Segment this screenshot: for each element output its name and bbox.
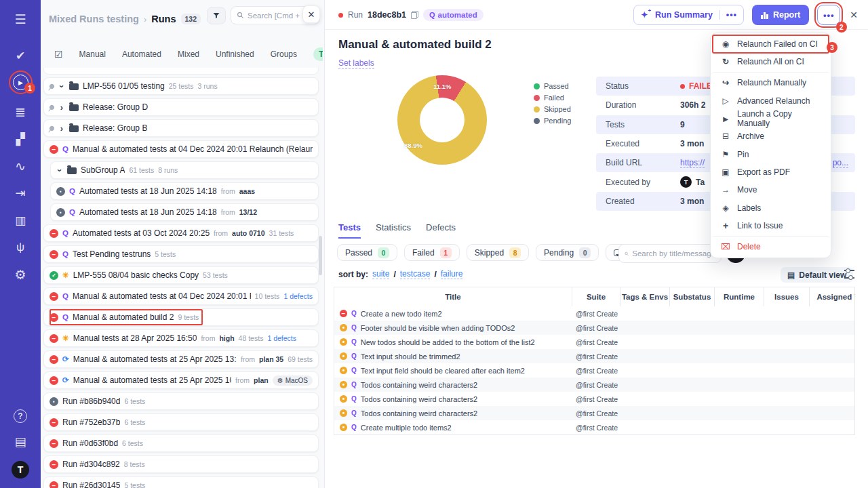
run-list-item[interactable]: Run #0d63f0bd 6 tests bbox=[43, 434, 319, 452]
panel-close-button[interactable]: ✕ bbox=[302, 5, 320, 23]
run-list-item[interactable]: LMP-555 08/04 basic checks Copy 53 tests bbox=[43, 266, 319, 284]
status-filter-pill[interactable]: Skipped 8 bbox=[467, 244, 529, 261]
column-settings-icon[interactable] bbox=[844, 270, 854, 279]
import-icon[interactable] bbox=[12, 185, 28, 201]
menu-item[interactable]: Pin bbox=[713, 145, 829, 163]
detail-tab[interactable]: Defects bbox=[426, 222, 456, 239]
test-table-row[interactable]: New todos should be added to the bottom … bbox=[334, 335, 854, 349]
more-actions-button[interactable]: ••• 2 bbox=[817, 5, 840, 25]
pulse-icon[interactable] bbox=[12, 158, 28, 174]
run-list-item[interactable]: Manual tests at 28 Apr 2025 16:50 from h… bbox=[43, 329, 319, 347]
tests-icon[interactable] bbox=[12, 47, 28, 64]
table-header-cell[interactable]: Substatus bbox=[669, 287, 714, 306]
menu-item[interactable]: Labels bbox=[713, 199, 829, 216]
view-selector-button[interactable]: Default view bbox=[781, 267, 853, 283]
menu-item[interactable]: Relaunch Failed on CI bbox=[713, 35, 829, 53]
run-list-item[interactable]: Test Pending testruns 5 tests bbox=[43, 245, 319, 263]
sort-link-suite[interactable]: suite bbox=[372, 269, 389, 279]
plans-icon[interactable] bbox=[12, 104, 28, 120]
detail-tab[interactable]: Tests bbox=[338, 222, 361, 239]
scrollbar-thumb[interactable] bbox=[319, 236, 322, 275]
run-list-item[interactable]: Manual & automated tests at 04 Dec 2024 … bbox=[43, 287, 319, 305]
table-header-cell[interactable]: Runtime bbox=[714, 287, 764, 306]
test-table-row[interactable]: Text input should be trimmed2 @first Cre… bbox=[334, 349, 854, 363]
status-filter-pill[interactable]: Pending 0 bbox=[536, 244, 599, 261]
table-header-cell[interactable]: Assigned To bbox=[809, 287, 855, 306]
menu-item[interactable]: Relaunch All on CI bbox=[713, 53, 829, 73]
run-list-item[interactable]: Run #26d30145 5 tests bbox=[43, 476, 319, 488]
run-list-item[interactable]: Run #752eb37b 6 tests bbox=[43, 413, 319, 431]
menu-item[interactable]: Archive bbox=[713, 127, 829, 145]
test-table-row[interactable]: Todos containing weird characters2 @firs… bbox=[334, 378, 854, 392]
run-list-item[interactable]: Automated tests at 03 Oct 2024 20:25 fro… bbox=[43, 224, 319, 242]
select-runs-icon[interactable]: ☑ bbox=[54, 49, 63, 60]
run-list-item[interactable]: SubGroup A 61 tests 8 runs bbox=[50, 161, 319, 179]
test-table-row[interactable]: Todos containing weird characters2 @firs… bbox=[334, 392, 854, 406]
table-header-cell[interactable]: Issues bbox=[764, 287, 809, 306]
runs-filter-tab[interactable]: Manual bbox=[79, 49, 106, 59]
test-table-row[interactable]: Create multiple todo items2 @first Creat… bbox=[334, 420, 854, 434]
run-list-item[interactable]: Manual & automated tests at 25 Apr 2025 … bbox=[43, 371, 319, 389]
table-header-cell[interactable]: Suite bbox=[572, 287, 620, 306]
sort-link-failure[interactable]: failure bbox=[441, 269, 463, 279]
run-list-item[interactable]: Automated tests at 18 Jun 2025 14:18 fro… bbox=[50, 182, 319, 200]
runs-filter-tab[interactable]: To bbox=[313, 47, 323, 61]
test-table-row[interactable]: Todos containing weird characters2 @firs… bbox=[334, 406, 854, 420]
run-summary-more-button[interactable]: ••• bbox=[719, 10, 743, 20]
menu-item[interactable]: Link to Issue bbox=[713, 217, 829, 237]
run-type-icon bbox=[62, 375, 69, 385]
defects-link[interactable]: 1 defects bbox=[267, 334, 296, 342]
menu-icon[interactable] bbox=[12, 11, 28, 27]
chevron-icon[interactable] bbox=[58, 102, 65, 113]
milestones-icon[interactable] bbox=[12, 131, 28, 147]
test-table-row[interactable]: Text input field should be cleared after… bbox=[334, 363, 854, 378]
menu-item[interactable]: Launch a Copy Manually bbox=[713, 110, 829, 127]
tests-search-input[interactable]: Search by title/message bbox=[618, 244, 722, 263]
run-list-item[interactable]: Manual & automated build 2 9 tests bbox=[43, 308, 319, 326]
run-list-item[interactable]: Manual & automated tests at 25 Apr 2025 … bbox=[43, 350, 319, 368]
run-list-item[interactable]: Automated tests at 18 Jun 2025 14:18 fro… bbox=[50, 203, 319, 221]
filter-button[interactable] bbox=[207, 7, 226, 24]
build-url-tail[interactable]: po... bbox=[833, 158, 848, 168]
menu-item[interactable]: Delete bbox=[713, 238, 829, 256]
menu-item[interactable]: Export as PDF bbox=[713, 163, 829, 181]
build-url-link[interactable]: https:// bbox=[680, 158, 705, 168]
chevron-icon[interactable] bbox=[58, 81, 65, 92]
runs-filter-tab[interactable]: Mixed bbox=[178, 49, 199, 59]
detail-tab[interactable]: Statistics bbox=[376, 222, 411, 239]
chevron-icon[interactable] bbox=[56, 165, 63, 176]
runs-filter-tab[interactable]: Automated bbox=[122, 49, 161, 59]
run-list-item[interactable]: Release: Group D bbox=[43, 98, 319, 116]
test-table-row[interactable]: Create a new todo item2 @first Create ..… bbox=[334, 306, 854, 321]
help-icon[interactable] bbox=[14, 409, 27, 423]
chevron-icon[interactable] bbox=[58, 123, 65, 134]
status-filter-pill[interactable]: Failed 1 bbox=[404, 244, 460, 261]
runs-filter-tab[interactable]: Unfinished bbox=[216, 49, 254, 59]
copy-icon[interactable] bbox=[411, 11, 418, 19]
table-header-cell[interactable]: Title bbox=[334, 287, 572, 306]
run-list-item[interactable]: LMP-556 01/05 testing 25 tests 3 runs bbox=[43, 77, 319, 95]
menu-item[interactable]: Relaunch Manually bbox=[713, 74, 829, 92]
sort-link-testcase[interactable]: testcase bbox=[400, 269, 431, 279]
run-list-item[interactable]: Manual & automated tests at 04 Dec 2024 … bbox=[43, 140, 319, 158]
run-list-item[interactable]: Run #b86b940d 6 tests bbox=[43, 392, 319, 410]
breadcrumb-project[interactable]: Mixed Runs testing bbox=[49, 14, 139, 24]
defects-link[interactable]: 1 defects bbox=[283, 292, 313, 300]
run-list-item[interactable]: Release: Group B bbox=[43, 119, 319, 137]
set-labels-link[interactable]: Set labels bbox=[338, 58, 374, 69]
run-summary-button[interactable]: Run Summary ••• bbox=[633, 5, 744, 25]
projects-icon[interactable] bbox=[12, 434, 28, 450]
run-list-item[interactable]: Run #d304c892 8 tests bbox=[43, 455, 319, 473]
menu-item[interactable]: Advanced Relaunch bbox=[713, 92, 829, 110]
status-filter-pill[interactable]: Passed 0 bbox=[337, 244, 397, 261]
test-table-row[interactable]: Footer should be visible when adding TOD… bbox=[334, 321, 854, 335]
menu-item[interactable]: Move bbox=[713, 181, 829, 199]
branches-icon[interactable] bbox=[12, 239, 28, 256]
analytics-icon[interactable] bbox=[12, 212, 28, 228]
report-button[interactable]: Report bbox=[752, 5, 809, 25]
account-avatar[interactable]: T bbox=[12, 461, 29, 479]
close-detail-button[interactable]: ✕ bbox=[850, 9, 858, 20]
settings-icon[interactable] bbox=[12, 266, 28, 283]
runs-filter-tab[interactable]: Groups bbox=[271, 49, 297, 59]
table-header-cell[interactable]: Tags & Envs bbox=[620, 287, 669, 306]
